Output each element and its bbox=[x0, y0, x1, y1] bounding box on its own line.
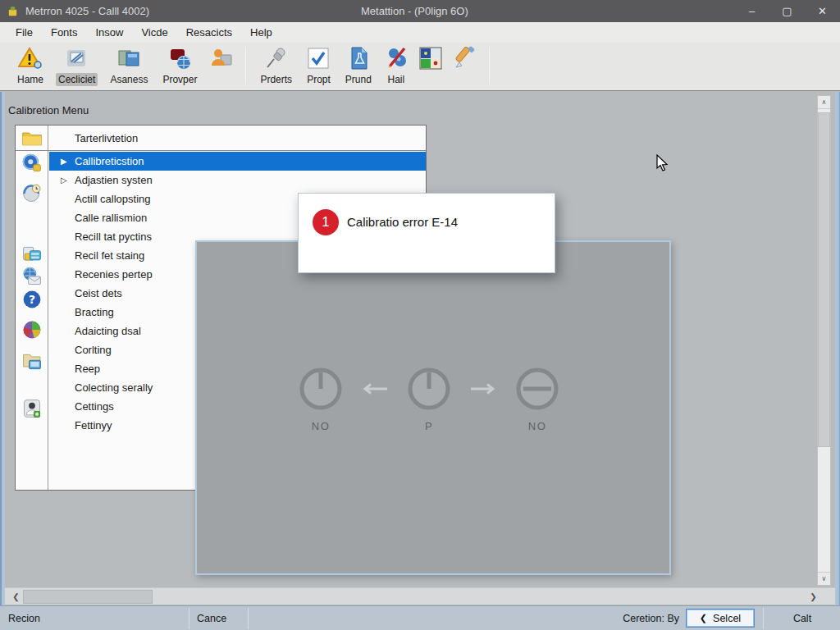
toolbar-button-label: Hail bbox=[386, 73, 408, 86]
error-count-badge: 1 bbox=[313, 209, 339, 235]
arrow-left-icon bbox=[343, 367, 407, 411]
list-item-label: Ceist dets bbox=[75, 287, 122, 299]
window-border-right bbox=[835, 92, 840, 630]
menu-resacicts[interactable]: Resacicts bbox=[177, 23, 241, 42]
toolbar-button-prderts[interactable]: Prderts bbox=[253, 43, 299, 86]
toolbar-button-person[interactable] bbox=[204, 43, 239, 75]
knob-2[interactable]: P bbox=[407, 367, 451, 432]
menu-vicde[interactable]: Vicde bbox=[132, 23, 176, 42]
svg-text:?: ? bbox=[29, 293, 35, 306]
pushpin-icon bbox=[264, 46, 289, 71]
scroll-up-button[interactable]: ∧ bbox=[818, 96, 830, 109]
select-button[interactable]: ❮ Selcel bbox=[686, 609, 755, 628]
toolbar-button-asaness[interactable]: Asaness bbox=[103, 43, 155, 86]
globe-mail-icon[interactable] bbox=[21, 266, 43, 287]
list-item-label: Recenies pertep bbox=[75, 268, 153, 281]
minimize-button[interactable]: – bbox=[734, 0, 769, 22]
person-window-icon[interactable] bbox=[21, 398, 43, 419]
color-grid-icon bbox=[418, 46, 443, 71]
list-item-label: Adjastien systen bbox=[75, 174, 153, 186]
main-area: Calibretion Menu ? Tarterlivtetion ▶Call… bbox=[0, 92, 840, 587]
toolbar-button-provper[interactable]: Provper bbox=[155, 43, 204, 86]
toolbar-button-label bbox=[463, 73, 468, 75]
scroll-left-button[interactable]: ❮ bbox=[9, 590, 23, 604]
knob-label: NO bbox=[312, 420, 331, 432]
toolbar-button-label bbox=[428, 73, 433, 75]
item-arrow-icon: ▶ bbox=[61, 157, 67, 166]
hand-card-icon bbox=[65, 46, 89, 71]
pie-globe-icon[interactable] bbox=[21, 319, 43, 340]
toolbar-button-color-grid[interactable] bbox=[413, 43, 448, 75]
cd-search-icon[interactable] bbox=[21, 153, 43, 174]
checkbox-icon bbox=[306, 46, 331, 71]
status-cancel[interactable]: Cance bbox=[197, 613, 226, 624]
scroll-right-button[interactable]: ❯ bbox=[806, 590, 820, 604]
toolbar: HameCeclicietAsanessProvperPrdertsProptP… bbox=[0, 43, 840, 91]
folder-icon[interactable] bbox=[21, 128, 43, 149]
folder-screen-icon[interactable] bbox=[21, 351, 43, 372]
maximize-button[interactable]: ▢ bbox=[769, 0, 805, 22]
person-icon bbox=[209, 46, 234, 71]
header-divider bbox=[16, 150, 426, 151]
list-item-label: Adaicting dsal bbox=[75, 325, 141, 337]
knob-icon bbox=[515, 367, 559, 414]
status-right: Calt bbox=[778, 613, 827, 624]
globe-clock-icon[interactable] bbox=[21, 183, 43, 204]
document-flask-icon bbox=[346, 46, 371, 71]
list-item-label: Cettings bbox=[75, 400, 114, 413]
list-item[interactable]: ▷Adjastien systen bbox=[49, 171, 426, 189]
toolbar-button-label: Prund bbox=[343, 73, 374, 86]
menu-help[interactable]: Help bbox=[241, 23, 281, 42]
toolbar-button-hail[interactable]: Hail bbox=[379, 43, 413, 86]
status-divider bbox=[248, 608, 249, 629]
menu-file[interactable]: File bbox=[7, 23, 42, 42]
cards-icon[interactable] bbox=[21, 244, 43, 265]
toolbar-button-prund[interactable]: Prund bbox=[338, 43, 379, 86]
toolbar-button-label bbox=[219, 73, 224, 75]
status-divider bbox=[189, 608, 189, 629]
knob-3[interactable]: NO bbox=[515, 367, 559, 432]
toolbar-button-label: Prderts bbox=[258, 73, 294, 86]
knob-label: P bbox=[425, 420, 433, 432]
knob-icon bbox=[407, 367, 451, 414]
horizontal-scrollbar[interactable]: ❮ ❯ bbox=[5, 587, 835, 605]
window-border-left bbox=[0, 92, 5, 630]
status-bar: Recion Cance Ceretion: By ❮ Selcel Calt bbox=[0, 605, 840, 630]
list-item-label: Recil fet staing bbox=[75, 249, 144, 262]
list-item-label: Reep bbox=[75, 363, 100, 375]
globe-red-icon bbox=[167, 46, 192, 71]
list-item[interactable]: ▶Callibreticstion bbox=[49, 152, 426, 171]
toolbar-button-pen[interactable] bbox=[448, 43, 482, 75]
warning-search-icon bbox=[18, 46, 43, 71]
knob-icon bbox=[299, 367, 343, 414]
horizontal-scroll-thumb[interactable] bbox=[23, 590, 153, 604]
toolbar-button-cecliciet[interactable]: Cecliciet bbox=[51, 43, 103, 86]
app-window: Metrron 4025 - Calll 4002) Metattion - (… bbox=[0, 0, 840, 630]
knob-1[interactable]: NO bbox=[299, 367, 343, 432]
vertical-scrollbar[interactable]: ∧ ∨ bbox=[817, 95, 831, 586]
calibration-dialog: NOPNO bbox=[195, 240, 671, 575]
scroll-down-button[interactable]: ∨ bbox=[818, 572, 830, 585]
help-icon[interactable]: ? bbox=[21, 289, 43, 310]
menu-fonts[interactable]: Fonts bbox=[42, 23, 87, 42]
pen-icon bbox=[453, 46, 477, 71]
list-item-label: Corlting bbox=[75, 344, 112, 356]
close-button[interactable]: ✕ bbox=[805, 0, 840, 22]
list-item-label: Calle rallismion bbox=[75, 212, 147, 224]
toolbar-button-label: Asaness bbox=[107, 73, 150, 86]
error-message: Calibratio error E-14 bbox=[347, 215, 458, 229]
list-item-label: Callibreticstion bbox=[75, 155, 144, 167]
vertical-scroll-thumb[interactable] bbox=[818, 112, 830, 447]
toolbar-button-propt[interactable]: Propt bbox=[299, 43, 338, 86]
error-popup: 1 Calibratio error E-14 bbox=[298, 193, 555, 273]
toolbar-button-label: Cecliciet bbox=[56, 73, 98, 86]
status-left: Recion bbox=[8, 613, 40, 624]
window-title: Metrron 4025 - Calll 4002) bbox=[25, 5, 149, 17]
icon-strip: ? bbox=[16, 126, 48, 490]
toolbar-button-hame[interactable]: Hame bbox=[10, 43, 51, 86]
select-button-label: Selcel bbox=[713, 613, 741, 624]
arrow-right-icon bbox=[451, 367, 515, 411]
list-header: Tarterlivtetion bbox=[49, 126, 426, 150]
menu-insow[interactable]: Insow bbox=[86, 23, 132, 42]
mouse-cursor bbox=[656, 154, 669, 172]
